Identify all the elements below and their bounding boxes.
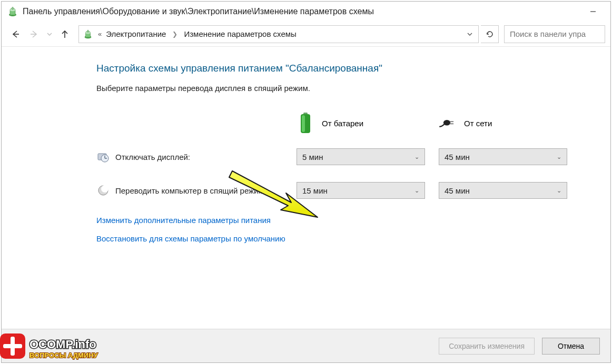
chevron-down-icon: ⌄ — [557, 187, 561, 194]
recent-locations-button[interactable] — [45, 26, 54, 43]
up-button[interactable] — [56, 26, 73, 43]
sleep-plugged-dropdown[interactable]: 45 мин ⌄ — [439, 182, 567, 199]
battery-icon — [297, 112, 314, 135]
svg-rect-12 — [302, 115, 305, 132]
dropdown-value: 15 мин — [302, 186, 328, 195]
back-button[interactable] — [7, 26, 24, 43]
setting-row-sleep: Переводить компьютер в спящий режим: 15 … — [96, 182, 610, 199]
watermark: OCOMP.info ВОПРОСЫ АДМИНУ — [0, 330, 117, 363]
sleep-battery-dropdown[interactable]: 15 мин ⌄ — [297, 182, 425, 199]
search-field[interactable] — [510, 29, 599, 38]
cancel-button[interactable]: Отмена — [542, 338, 600, 355]
restore-defaults-link[interactable]: Восстановить для схемы параметры по умол… — [96, 234, 610, 243]
column-plugged: От сети — [439, 112, 581, 135]
power-options-icon — [82, 28, 94, 40]
svg-rect-2 — [12, 7, 14, 10]
svg-rect-9 — [87, 30, 88, 32]
page-subtitle: Выберите параметры перевода дисплея в сп… — [96, 84, 610, 93]
navbar: « Электропитание ❯ Изменение параметров … — [2, 22, 610, 47]
moon-icon — [96, 184, 110, 197]
advanced-settings-link[interactable]: Изменить дополнительные параметры питани… — [96, 216, 610, 225]
dropdown-value: 5 мин — [302, 153, 323, 161]
display-off-plugged-dropdown[interactable]: 45 мин ⌄ — [439, 148, 567, 165]
watermark-line1: OCOMP.info — [29, 338, 96, 351]
window-title: Панель управления\Оборудование и звук\Эл… — [23, 7, 581, 16]
breadcrumb[interactable]: « Электропитание ❯ Изменение параметров … — [78, 25, 479, 43]
column-battery: От батареи — [297, 112, 439, 135]
columns-header: От батареи От сети — [96, 112, 610, 135]
forward-button[interactable] — [26, 26, 43, 43]
column-battery-label: От батареи — [322, 119, 363, 128]
content-area: Настройка схемы управления питанием "Сба… — [2, 47, 610, 329]
power-options-icon — [7, 6, 18, 17]
column-plugged-label: От сети — [464, 119, 492, 128]
svg-point-13 — [443, 120, 450, 125]
titlebar: Панель управления\Оборудование и звук\Эл… — [2, 2, 610, 22]
search-input[interactable] — [504, 25, 605, 43]
svg-point-21 — [101, 185, 108, 193]
window: Панель управления\Оборудование и звук\Эл… — [1, 1, 611, 363]
breadcrumb-item-edit-plan[interactable]: Изменение параметров схемы — [184, 29, 296, 38]
page-title: Настройка схемы управления питанием "Сба… — [96, 63, 610, 74]
watermark-line2: ВОПРОСЫ АДМИНУ — [29, 351, 98, 359]
svg-rect-15 — [450, 123, 453, 124]
dropdown-value: 45 мин — [445, 186, 470, 195]
sleep-label: Переводить компьютер в спящий режим: — [115, 186, 297, 195]
chevron-down-icon: ⌄ — [414, 154, 419, 160]
refresh-button[interactable] — [481, 25, 499, 43]
display-off-label: Отключать дисплей: — [115, 153, 297, 161]
display-off-battery-dropdown[interactable]: 5 мин ⌄ — [297, 148, 425, 165]
breadcrumb-dropdown-icon[interactable] — [465, 29, 475, 38]
display-clock-icon — [96, 150, 110, 164]
chevron-down-icon: ⌄ — [414, 187, 419, 194]
minimize-button[interactable] — [581, 4, 605, 19]
breadcrumb-overflow-icon[interactable]: « — [98, 30, 102, 38]
chevron-right-icon: ❯ — [170, 31, 180, 38]
setting-row-display-off: Отключать дисплей: 5 мин ⌄ 45 мин ⌄ — [96, 148, 610, 165]
svg-rect-14 — [450, 121, 453, 122]
dropdown-value: 45 мин — [445, 153, 470, 161]
svg-rect-24 — [3, 344, 22, 348]
breadcrumb-item-power[interactable]: Электропитание — [106, 29, 166, 38]
plug-icon — [439, 112, 457, 135]
chevron-down-icon: ⌄ — [557, 154, 561, 160]
window-controls — [581, 4, 605, 19]
save-button[interactable]: Сохранить изменения — [439, 338, 535, 355]
links: Изменить дополнительные параметры питани… — [96, 216, 610, 243]
